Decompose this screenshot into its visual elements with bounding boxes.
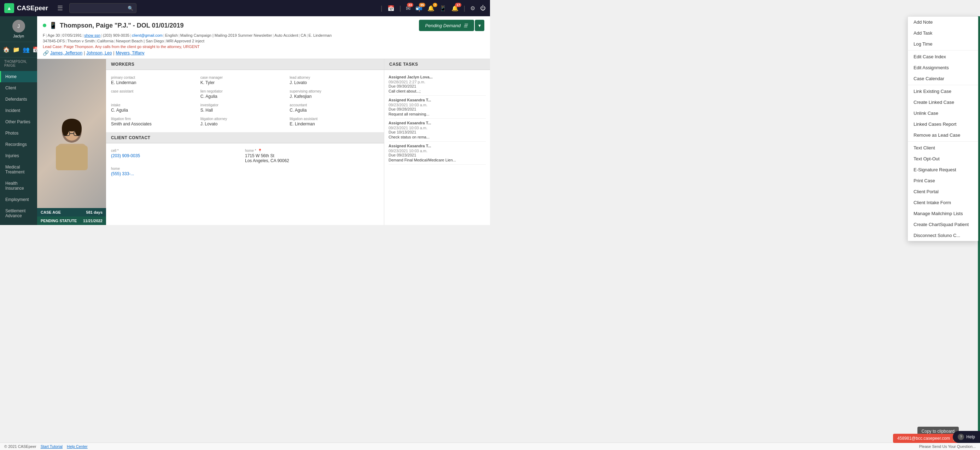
logout-icon-btn[interactable]: ⏻: [480, 5, 486, 11]
person-svg: [51, 114, 93, 170]
case-age-value: 581 days: [86, 210, 102, 214]
search-input[interactable]: [73, 6, 126, 11]
client-contact-header: CLIENT CONTACT: [106, 133, 384, 143]
primary-contact-label: primary contact: [111, 76, 200, 79]
worker-accountant: accountant C. Agulia: [290, 101, 379, 115]
attorney-meyers[interactable]: Meyers, Tiffany: [116, 51, 144, 55]
home-address-cell: home * 📍 1715 W 56th St Los Angeles, CA …: [245, 147, 379, 165]
sidebar-item-recordings[interactable]: Recordings: [0, 139, 37, 150]
location-icon: 📍: [258, 149, 262, 152]
case-age-row: CASE AGE 581 days: [37, 208, 106, 217]
pending-demand-dropdown-btn[interactable]: ▾: [475, 20, 484, 31]
main-layout: J Jaclyn 🏠 📁 👥 📅 THOMPSON, PAIGE Home Cl…: [0, 16, 490, 225]
task-3-due: Due 09/23/2021: [388, 153, 486, 157]
nav-divider: |: [381, 5, 382, 12]
worker-supervising-attorney: supervising attorney J. Kafesjian: [290, 87, 379, 101]
case-title-text: Thompson, Paige "P.J." - DOL 01/01/2019: [60, 22, 184, 29]
cell-phone-cell: cell * (203) 909-0035: [111, 147, 245, 165]
accountant-value: C. Agulia: [290, 108, 379, 112]
svg-rect-7: [56, 146, 88, 170]
home-label: home * 📍: [245, 149, 379, 152]
sidebar-item-home[interactable]: Home: [0, 71, 37, 82]
sidebar-item-health-insurance[interactable]: Health Insurance: [0, 177, 37, 194]
task-2-desc: Check status on rema...: [388, 135, 486, 139]
mail2-badge: 95: [419, 3, 425, 7]
worker-case-manager: case manager K. Tyler: [200, 73, 290, 87]
case-age-label: CASE AGE: [41, 210, 61, 214]
sidebar-item-medical-treatment[interactable]: Medical Treatment: [0, 162, 37, 177]
task-item-3: Assigned Kasandra T... 09/23/2021 10:03 …: [388, 142, 486, 165]
task-item-2: Assigned Kasandra T... 09/23/2021 10:03 …: [388, 119, 486, 142]
litigation-firm-label: litigation firm: [111, 117, 200, 121]
case-body: CASE AGE 581 days PENDING STATUTE 11/21/…: [37, 59, 490, 225]
people-icon-btn[interactable]: 👥: [21, 45, 31, 54]
search-box[interactable]: 🔍: [69, 3, 137, 13]
sidebar-item-defendants[interactable]: Defendants: [0, 93, 37, 105]
chain-icon: 🔗: [43, 50, 49, 56]
pending-statute-label: PENDING STATUTE: [41, 219, 77, 223]
cell-label: cell *: [111, 149, 245, 152]
worker-case-assistant: case assistant: [111, 87, 200, 101]
phone-icon-btn[interactable]: 📱: [439, 5, 447, 12]
case-number: 347845-DFS: [43, 39, 65, 43]
worker-intake: intake C. Agulia: [111, 101, 200, 115]
mail2-icon-btn[interactable]: 📬 95: [415, 5, 423, 12]
jurisdiction: California: [97, 39, 113, 43]
svg-point-9: [62, 122, 69, 136]
supervising-attorney-label: supervising attorney: [290, 89, 379, 93]
litigation-assistant-label: litigation assistant: [290, 117, 379, 121]
status-dot: [43, 24, 46, 27]
lien-negotiator-label: lien negotiator: [200, 89, 290, 93]
main-content: 📱 Thompson, Paige "P.J." - DOL 01/01/201…: [37, 16, 490, 225]
home-phone-value[interactable]: (555) 333-...: [111, 171, 245, 176]
case-title-group: 📱 Thompson, Paige "P.J." - DOL 01/01/201…: [43, 22, 184, 29]
sidebar-item-incident[interactable]: Incident: [0, 105, 37, 116]
settings-icon-btn[interactable]: ⚙: [470, 5, 475, 12]
task-0-date: 09/28/2021 2:27 p.m.: [388, 80, 486, 84]
task-2-date: 09/23/2021 10:03 a.m.: [388, 126, 486, 130]
sidebar-client-name: THOMPSON, PAIGE: [0, 57, 37, 70]
mail1-icon-btn[interactable]: ✉ 23: [406, 5, 410, 12]
logo-icon: ▲: [4, 3, 14, 13]
cell-value[interactable]: (203) 909-0035: [111, 153, 245, 158]
dob: 07/05/1991: [62, 33, 82, 38]
lead-attorney-label: lead attorney: [290, 76, 379, 79]
task-0-desc: Call client about...;: [388, 89, 486, 93]
email-link[interactable]: client@gmail.com: [132, 33, 162, 38]
sidebar-username: Jaclyn: [13, 34, 24, 38]
search-icon: 🔍: [127, 6, 133, 11]
attorney-johnson[interactable]: Johnson, Leo: [86, 51, 112, 55]
sidebar-item-other-parties[interactable]: Other Parties: [0, 116, 37, 127]
folder-icon-btn[interactable]: 📁: [11, 45, 21, 54]
age: Age 30: [48, 33, 60, 38]
tasks-header: CASE TASKS: [384, 59, 490, 70]
task-1-due: Due 09/28/2021: [388, 107, 486, 111]
logo[interactable]: ▲ CASEpeer: [4, 3, 48, 13]
case-action-buttons: Pending Demand ☰ ▾: [419, 20, 484, 31]
sidebar-item-settlement-advance[interactable]: Settlement Advance: [0, 205, 37, 222]
sidebar-item-employment[interactable]: Employment: [0, 194, 37, 205]
ssn-label[interactable]: show ssn: [84, 33, 100, 38]
pending-demand-button[interactable]: Pending Demand ☰: [419, 20, 474, 31]
sidebar-item-attorney-liens[interactable]: Attorney Liens: [0, 222, 37, 225]
nav-divider3: |: [463, 5, 465, 12]
calendar-icon-btn[interactable]: 📅: [388, 5, 395, 12]
task-item-1: Assigned Kasandra T... 09/23/2021 10:03 …: [388, 96, 486, 119]
home-icon-btn[interactable]: 🏠: [2, 45, 11, 54]
bell1-icon-btn[interactable]: 🔔 7: [428, 5, 434, 12]
worker-lien-negotiator: lien negotiator C. Agulia: [200, 87, 290, 101]
mri-note: MRI Approved 2 inject: [166, 39, 204, 43]
sidebar-item-injuries[interactable]: Injuries: [0, 150, 37, 162]
mail1-badge: 23: [407, 3, 413, 7]
attorney-james[interactable]: James, Jefferson: [50, 51, 83, 55]
case-meta: F | Age 30 | 07/05/1991 | show ssn | (20…: [43, 33, 484, 38]
hamburger-menu[interactable]: ☰: [54, 3, 66, 13]
lead-attorney-value: J. Lovato: [290, 80, 379, 85]
home-phone-cell: home (555) 333-...: [111, 165, 245, 178]
bell2-icon-btn[interactable]: 🔔 17: [452, 5, 458, 12]
sidebar-item-client[interactable]: Client: [0, 82, 37, 93]
contact-grid: cell * (203) 909-0035 home * 📍 1715 W 56…: [106, 143, 384, 182]
sidebar-item-photos[interactable]: Photos: [0, 127, 37, 139]
workers-header: WORKERS: [106, 59, 384, 70]
case-attorneys: 🔗 James, Jefferson | Johnson, Leo | Meye…: [43, 50, 484, 56]
